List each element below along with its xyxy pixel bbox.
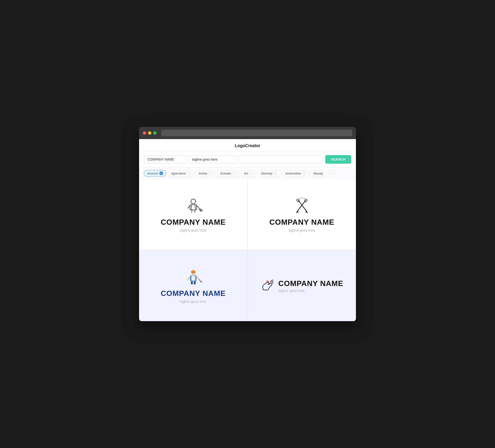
svg-line-3 <box>195 205 196 210</box>
svg-line-8 <box>192 210 192 213</box>
svg-line-4 <box>188 206 190 209</box>
svg-line-24 <box>188 277 190 280</box>
filter-label-abstract: Abstract <box>147 172 158 175</box>
filter-chip-automotive[interactable]: Automotive <box>282 170 309 177</box>
svg-point-30 <box>270 281 272 282</box>
filter-chip-abstract[interactable]: Abstract ✓ <box>144 170 166 177</box>
hand-heart-icon <box>261 279 275 293</box>
svg-point-21 <box>193 272 194 273</box>
svg-point-20 <box>192 272 193 273</box>
check-icon-agriculture <box>187 171 191 175</box>
svg-rect-23 <box>192 276 195 280</box>
filter-bar: Abstract ✓ Agriculture Airline Animals A… <box>139 168 356 179</box>
svg-line-5 <box>197 206 198 208</box>
svg-rect-28 <box>191 281 193 284</box>
browser-window: LogoCreator SEARCH Abstract ✓ Agricultur… <box>139 127 356 321</box>
filter-label-art: Art <box>244 172 248 175</box>
browser-content: LogoCreator SEARCH Abstract ✓ Agricultur… <box>139 139 356 321</box>
svg-rect-29 <box>194 281 196 284</box>
filter-label-airline: Airline <box>199 172 207 175</box>
svg-point-0 <box>191 199 196 204</box>
check-icon-airline <box>208 171 212 175</box>
check-icon-attorney <box>274 171 277 175</box>
logo-content-2: COMPANY NAME tagline goes here <box>269 197 334 232</box>
logo-content-4: COMPANY NAME tagline goes here <box>261 279 344 293</box>
traffic-light-green[interactable] <box>153 131 156 135</box>
check-icon-animals <box>232 171 236 175</box>
filter-label-agriculture: Agriculture <box>171 172 186 175</box>
traffic-light-yellow[interactable] <box>148 131 151 135</box>
logo2-tagline: tagline goes here <box>289 228 315 232</box>
logo2-company-name: COMPANY NAME <box>269 218 334 227</box>
logo-card-3[interactable]: COMPANY NAME tagline goes here <box>139 251 247 321</box>
logo4-tagline: tagline goes here <box>278 289 344 293</box>
filter-chip-airline[interactable]: Airline <box>196 170 215 177</box>
svg-line-13 <box>298 201 307 211</box>
app-title: LogoCreator <box>235 143 260 148</box>
logo-card-4[interactable]: COMPANY NAME tagline goes here <box>248 251 356 321</box>
logo-content-1: COMPANY NAME tagline goes here <box>161 197 226 232</box>
logo-content-3: COMPANY NAME tagline goes here <box>161 268 226 304</box>
worker-color-icon <box>184 268 203 287</box>
logo-grid: COMPANY NAME tagline goes here <box>139 179 356 321</box>
app-header: LogoCreator <box>139 139 356 151</box>
logo1-company-name: COMPANY NAME <box>161 218 226 227</box>
browser-titlebar <box>139 127 356 139</box>
search-bar: SEARCH <box>139 151 356 168</box>
svg-marker-11 <box>296 211 299 213</box>
logo4-company-name: COMPANY NAME <box>278 279 344 288</box>
filter-label-automotive: Automotive <box>285 172 301 175</box>
filter-label-attorney: Attorney <box>261 172 272 175</box>
logo1-tagline: tagline goes here <box>180 228 206 232</box>
industry-input[interactable] <box>238 155 323 164</box>
address-bar[interactable] <box>161 130 352 136</box>
svg-line-10 <box>297 201 305 211</box>
traffic-light-red[interactable] <box>143 131 146 135</box>
filter-chip-art[interactable]: Art <box>241 170 256 177</box>
logo3-company-name: COMPANY NAME <box>161 289 226 298</box>
worker-outline-icon <box>184 197 203 216</box>
logo4-text-group: COMPANY NAME tagline goes here <box>278 279 344 293</box>
tagline-input[interactable] <box>189 155 236 164</box>
check-icon-art <box>249 171 253 175</box>
filter-chip-agriculture[interactable]: Agriculture <box>168 170 194 177</box>
logo3-tagline: tagline goes here <box>180 300 206 304</box>
logo-card-2[interactable]: COMPANY NAME tagline goes here <box>248 179 356 250</box>
check-icon-automotive <box>302 171 305 175</box>
svg-marker-14 <box>305 211 308 213</box>
svg-line-9 <box>194 210 195 213</box>
filter-chip-animals[interactable]: Animals <box>217 170 239 177</box>
svg-line-17 <box>304 198 304 199</box>
check-icon-abstract: ✓ <box>159 171 163 175</box>
pencil-cross-icon <box>292 197 311 216</box>
logo-card-1[interactable]: COMPANY NAME tagline goes here <box>139 179 247 250</box>
svg-line-25 <box>197 277 199 279</box>
filter-next-button[interactable]: → <box>329 170 336 177</box>
search-button[interactable]: SEARCH <box>325 155 351 164</box>
filter-chip-attorney[interactable]: Attorney <box>258 170 280 177</box>
filter-label-animals: Animals <box>220 172 231 175</box>
svg-rect-7 <box>199 209 202 211</box>
svg-line-18 <box>299 198 300 199</box>
svg-line-2 <box>191 205 192 210</box>
filter-label-beauty: Beauty <box>314 172 323 175</box>
company-name-input[interactable] <box>144 155 186 164</box>
svg-point-31 <box>272 282 273 283</box>
filter-chip-beauty[interactable]: Beauty <box>310 170 326 177</box>
